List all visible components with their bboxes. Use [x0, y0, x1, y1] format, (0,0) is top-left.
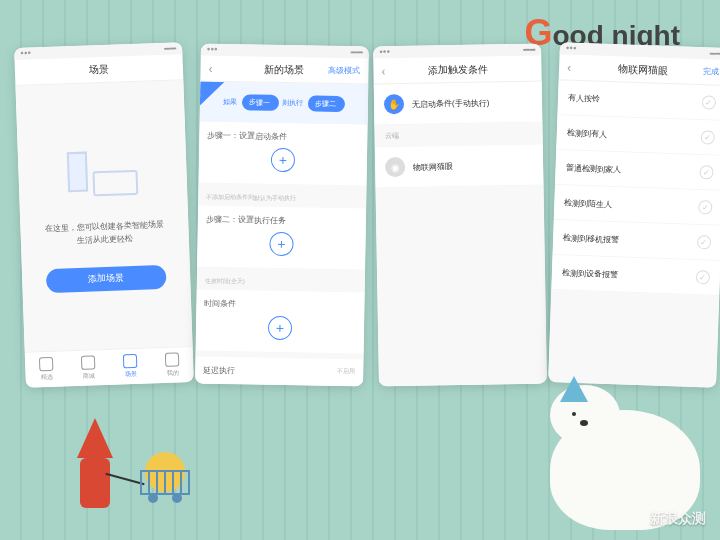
- header: ‹ 添加触发条件: [373, 56, 541, 85]
- done-link[interactable]: 完成: [703, 66, 719, 78]
- check-icon: ✓: [696, 270, 710, 284]
- section-trigger: 步骤一：设置启动条件 +: [199, 122, 368, 186]
- hand-icon: ✋: [384, 94, 404, 114]
- trigger-option[interactable]: 检测到有人✓: [556, 115, 720, 156]
- add-task-button[interactable]: +: [269, 232, 293, 256]
- empty-text: 在这里，您可以创建各类智能场景 生活从此更轻松: [44, 219, 165, 249]
- check-icon: ✓: [697, 235, 711, 249]
- phone-3-add-trigger: ●●●▬▬ ‹ 添加触发条件 ✋ 无启动条件(手动执行) 云端 ◉ 物联网猫眼: [373, 44, 547, 387]
- phone-row: ●●●▬▬ 场景 在这里，您可以创建各类智能场景 生活从此更轻松 添加场景 精选…: [20, 45, 720, 385]
- add-time-button[interactable]: +: [268, 316, 292, 340]
- cart-illustration: [140, 470, 190, 510]
- check-icon: ✓: [699, 165, 713, 179]
- empty-illustration: [61, 140, 143, 203]
- row-manual[interactable]: ✋ 无启动条件(手动执行): [374, 82, 543, 126]
- page-title: 新的场景: [264, 62, 304, 77]
- elf-illustration: [70, 400, 120, 510]
- advanced-mode-link[interactable]: 高级模式: [328, 65, 360, 77]
- tab-mine[interactable]: 我的: [151, 347, 194, 383]
- phone-2-new-scene: ●●●▬▬ ‹ 新的场景 高级模式 如果 步骤一 则执行 步骤二 步骤一：设置启…: [195, 44, 369, 387]
- steps-banner: 如果 步骤一 则执行 步骤二: [200, 82, 369, 125]
- header: ‹ 新的场景 高级模式: [200, 56, 368, 85]
- section-time: 时间条件 +: [196, 290, 365, 354]
- page-title: 添加触发条件: [427, 62, 487, 77]
- trigger-option[interactable]: 检测到设备报警✓: [551, 255, 720, 296]
- device-icon: ◉: [385, 157, 405, 177]
- back-icon[interactable]: ‹: [381, 64, 385, 78]
- phone-4-cateye: ●●●▬▬ ‹ 物联网猫眼 完成 有人按铃✓检测到有人✓普通检测到家人✓检测到陌…: [548, 42, 720, 388]
- back-icon[interactable]: ‹: [208, 61, 212, 75]
- page-title: 场景: [89, 62, 109, 77]
- add-trigger-button[interactable]: +: [271, 148, 295, 172]
- back-icon[interactable]: ‹: [567, 60, 571, 74]
- bear-illustration: [530, 370, 700, 530]
- trigger-option[interactable]: 检测到移机报警✓: [553, 220, 720, 261]
- section-task: 步骤二：设置执行任务 +: [197, 206, 366, 270]
- check-icon: ✓: [701, 130, 715, 144]
- tab-scenes[interactable]: 场景: [109, 348, 152, 384]
- tab-store[interactable]: 商城: [67, 350, 110, 386]
- tab-featured[interactable]: 精选: [25, 351, 68, 387]
- trigger-option[interactable]: 普通检测到家人✓: [555, 150, 720, 191]
- add-scene-button[interactable]: 添加场景: [46, 265, 167, 293]
- phone-1-scenes: ●●●▬▬ 场景 在这里，您可以创建各类智能场景 生活从此更轻松 添加场景 精选…: [14, 42, 194, 388]
- trigger-option[interactable]: 检测到陌生人✓: [554, 185, 720, 226]
- row-iot-cateye[interactable]: ◉ 物联网猫眼: [375, 145, 544, 189]
- trigger-option[interactable]: 有人按铃✓: [557, 80, 720, 121]
- page-title: 物联网猫眼: [618, 62, 668, 78]
- tab-bar: 精选 商城 场景 我的: [25, 346, 194, 388]
- watermark: 新浪众测: [650, 510, 706, 528]
- section-delay[interactable]: 延迟执行 不启用: [195, 357, 363, 387]
- check-icon: ✓: [698, 200, 712, 214]
- check-icon: ✓: [702, 95, 716, 109]
